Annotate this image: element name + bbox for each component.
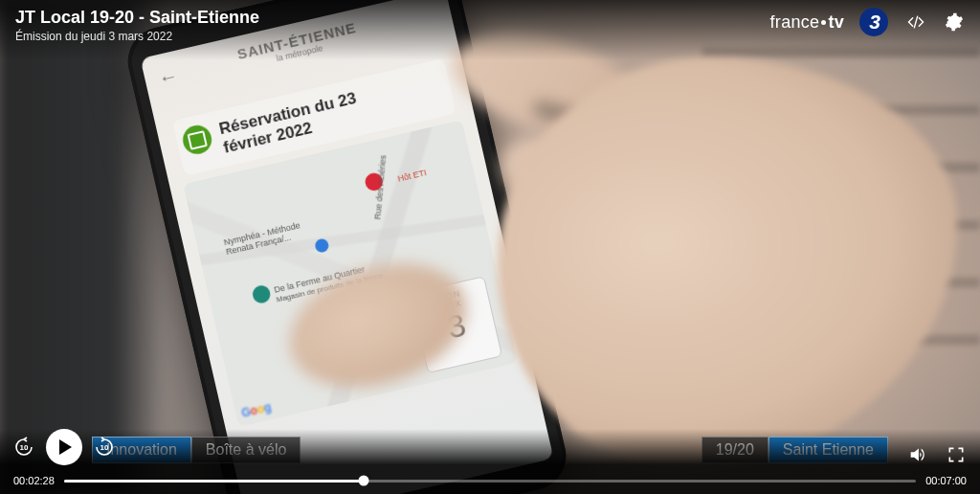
map-label-hotel: Hôt ETI (397, 168, 428, 184)
progress-thumb[interactable] (359, 476, 369, 486)
map-label-1: Nymphéa - Méthode Renata França/... (223, 216, 321, 257)
progress-fill (64, 480, 364, 483)
time-elapsed: 00:02:28 (13, 475, 55, 486)
video-subtitle: Émission du jeudi 3 mars 2022 (15, 30, 259, 43)
progress-bar[interactable] (64, 480, 916, 483)
embed-icon[interactable] (905, 11, 926, 33)
fullscreen-button[interactable] (946, 444, 967, 465)
player-bar: 10 10 00:02:28 00:07:00 (0, 429, 980, 494)
map-pin-blue-icon (314, 237, 330, 254)
hand-palm (498, 57, 957, 469)
video-title: JT Local 19-20 - Saint-Etienne (15, 8, 259, 28)
settings-gear-icon[interactable] (944, 11, 965, 33)
video-frame: ← SAINT-ÉTIENNE la métropole Réservation… (0, 0, 980, 494)
map-label-street: Rue des Aciéries (372, 155, 388, 220)
calendar-icon (180, 123, 214, 157)
play-button[interactable] (46, 429, 82, 465)
skip-back-label: 10 (20, 443, 29, 452)
google-logo: Goog (240, 400, 273, 420)
skip-back-button[interactable]: 10 (11, 435, 36, 460)
top-overlay: JT Local 19-20 - Saint-Etienne Émission … (0, 0, 980, 60)
map-pin-teal-icon: ⬤ (250, 281, 273, 305)
skip-fwd-label: 10 (100, 443, 109, 452)
volume-button[interactable] (907, 444, 928, 465)
skip-forward-button[interactable]: 10 (92, 435, 117, 460)
title-block: JT Local 19-20 - Saint-Etienne Émission … (15, 8, 259, 43)
channel-badge: 3 (859, 8, 888, 36)
time-duration: 00:07:00 (925, 475, 967, 486)
brand-logo: francetv (770, 12, 844, 33)
